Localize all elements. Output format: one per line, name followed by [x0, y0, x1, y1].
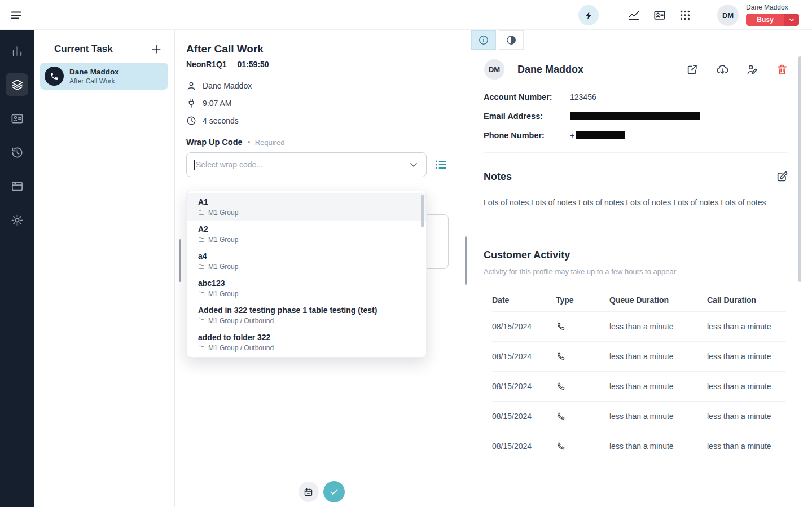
- cell-date: 08/15/2024: [492, 412, 556, 421]
- cell-date: 08/15/2024: [492, 442, 556, 451]
- wrap-code-option-group: M1 Group / Outbound: [208, 317, 274, 325]
- edit-person-icon[interactable]: [746, 63, 758, 76]
- wrap-code-select[interactable]: Select wrap code...: [186, 152, 427, 177]
- wrap-code-option[interactable]: a4 M1 Group: [187, 248, 426, 275]
- wrap-code-option[interactable]: Added in 322 testing phase 1 table testi…: [187, 302, 426, 329]
- task-phone-avatar-icon: [45, 67, 64, 86]
- open-external-icon[interactable]: [686, 63, 699, 76]
- wrap-up-code-label: Wrap Up Code: [186, 138, 243, 147]
- panel-scrollbar[interactable]: [465, 236, 467, 285]
- activity-table-row[interactable]: 08/15/2024 less than a minute less than …: [492, 402, 786, 431]
- dropdown-scrollbar[interactable]: [421, 195, 424, 227]
- person-icon: [186, 81, 196, 91]
- folder-icon: [198, 263, 205, 270]
- folder-icon: [198, 318, 205, 324]
- folder-icon: [198, 345, 205, 351]
- customer-activity-header: Customer Activity: [468, 249, 812, 261]
- wrap-code-list-icon[interactable]: [434, 158, 447, 171]
- sidebar-item-history[interactable]: [6, 141, 28, 164]
- wrap-code-option-group: M1 Group: [208, 263, 238, 271]
- panel-scrollbar[interactable]: [179, 239, 181, 282]
- contact-panel-scrollbar[interactable]: [798, 56, 801, 282]
- chevron-down-icon[interactable]: [408, 159, 419, 170]
- wrap-code-option[interactable]: A2 M1 Group: [187, 221, 426, 248]
- wrap-code-option[interactable]: A1 M1 Group: [187, 193, 426, 221]
- bar-chart-icon: [11, 45, 24, 58]
- download-cloud-icon[interactable]: [716, 63, 728, 76]
- field-value: 123456: [570, 92, 596, 102]
- contact-header: DM Dane Maddox: [468, 59, 812, 80]
- required-label: Required: [255, 138, 285, 147]
- user-avatar[interactable]: DM: [717, 5, 739, 26]
- task-list-item[interactable]: Dane Maddox After Call Work: [40, 63, 168, 90]
- wrap-code-option-group: M1 Group: [208, 209, 238, 217]
- line-chart-icon[interactable]: [627, 9, 640, 21]
- phone-icon: [556, 322, 565, 332]
- folder-icon: [198, 236, 205, 243]
- section-divider: [484, 152, 788, 153]
- wrap-code-option-group: M1 Group / Outbound: [208, 344, 274, 352]
- wrap-code-option[interactable]: added to folder 322 M1 Group / Outbound: [187, 329, 426, 356]
- redacted-phone-value: [576, 131, 625, 139]
- edit-notes-icon[interactable]: [776, 170, 788, 183]
- wrap-code-option-label: Added in 322 testing phase 1 table testi…: [198, 306, 415, 315]
- tab-contact-compare[interactable]: [499, 30, 524, 50]
- phone-icon: [556, 352, 565, 361]
- wrap-code-option-label: added to folder 322: [198, 333, 415, 342]
- current-task-panel: Current Task Dane Maddox After Call Work: [34, 30, 175, 507]
- complete-check-icon: [329, 487, 339, 497]
- menu-icon[interactable]: [10, 9, 23, 21]
- sidebar-item-analytics[interactable]: [6, 39, 28, 62]
- bullet-dot: [248, 141, 250, 143]
- meta-contact-name: Dane Maddox: [203, 81, 252, 90]
- left-nav-rail: [0, 30, 34, 507]
- activity-table-row[interactable]: 08/15/2024 less than a minute less than …: [492, 431, 786, 461]
- contact-fields: Account Number: 123456 Email Address: Ph…: [468, 92, 812, 140]
- activity-table-row[interactable]: 08/15/2024 less than a minute less than …: [492, 312, 786, 342]
- lightning-icon[interactable]: [578, 5, 599, 25]
- activity-table-header: Date Type Queue Duration Call Duration: [492, 288, 786, 312]
- task-subtitle: After Call Work: [69, 77, 119, 85]
- field-label: Account Number:: [484, 92, 570, 102]
- activity-table-row[interactable]: 08/15/2024 less than a minute less than …: [492, 372, 786, 402]
- divider: [232, 61, 232, 68]
- complete-task-button[interactable]: [323, 481, 345, 502]
- user-name: Dane Maddox: [746, 3, 800, 11]
- activity-table-row[interactable]: 08/15/2024 less than a minute less than …: [492, 342, 786, 372]
- status-dropdown-button[interactable]: Busy: [746, 14, 799, 26]
- tab-contact-info[interactable]: [471, 30, 496, 50]
- wrap-code-option[interactable]: abc123 M1 Group: [187, 275, 426, 302]
- cell-queue-duration: less than a minute: [609, 382, 707, 391]
- sidebar-item-tasks[interactable]: [6, 73, 28, 96]
- field-email: Email Address:: [484, 112, 812, 121]
- activity-hint: Activity for this profile may take up to…: [468, 267, 812, 276]
- topbar: DM Dane Maddox Busy: [0, 0, 812, 30]
- wrap-code-option-group: M1 Group: [208, 236, 238, 244]
- meta-duration: 4 seconds: [203, 116, 239, 125]
- field-account-number: Account Number: 123456: [484, 92, 812, 102]
- customer-activity-title: Customer Activity: [484, 249, 570, 261]
- notes-title: Notes: [484, 171, 512, 183]
- sidebar-item-settings[interactable]: [6, 209, 28, 231]
- browser-icon: [11, 180, 24, 193]
- task-contact-name: Dane Maddox: [69, 68, 119, 77]
- current-task-title: Current Task: [54, 43, 113, 55]
- sidebar-item-browser[interactable]: [6, 175, 28, 197]
- tasks-layers-icon: [11, 78, 24, 91]
- add-task-icon[interactable]: [151, 43, 162, 55]
- schedule-callback-button[interactable]: [299, 482, 319, 502]
- folder-icon: [198, 290, 205, 297]
- contacts-icon: [11, 112, 24, 125]
- phone-icon: [556, 442, 565, 451]
- wrap-code-option-group: M1 Group: [208, 290, 238, 298]
- trash-icon[interactable]: [776, 63, 788, 76]
- contact-card-icon[interactable]: [653, 9, 666, 21]
- dialpad-icon[interactable]: [679, 9, 691, 21]
- redacted-email-value: [570, 112, 700, 120]
- text-cursor: [194, 160, 195, 170]
- sidebar-item-contacts[interactable]: [6, 107, 28, 130]
- status-label: Busy: [746, 14, 784, 26]
- phone-icon: [556, 412, 565, 421]
- field-phone: Phone Number: +: [484, 131, 812, 140]
- wrap-code-dropdown: A1 M1 Group A2 M1 Group: [186, 191, 427, 358]
